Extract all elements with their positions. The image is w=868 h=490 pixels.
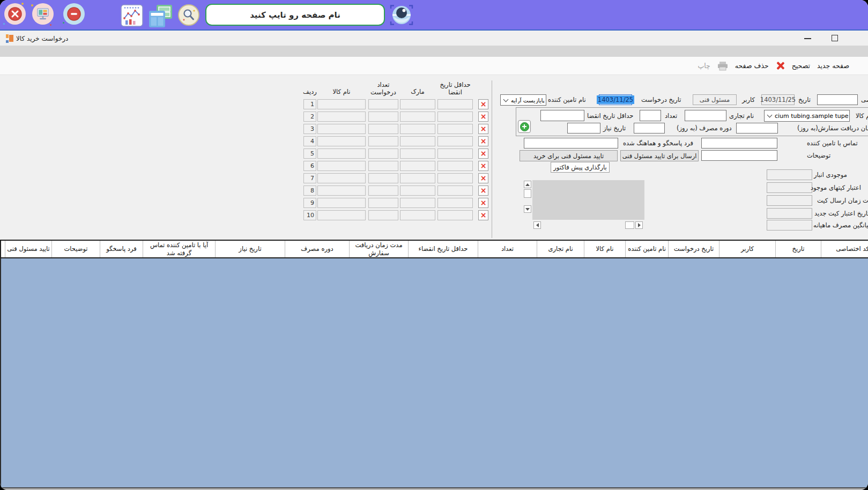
add-item-button[interactable] <box>518 120 531 133</box>
supplier-combobox[interactable]: پایازیست آرایه <box>500 94 546 106</box>
grid-header-qty[interactable]: تعداد <box>478 241 537 257</box>
grid-header-supplier-contacted[interactable]: آیا با تامین کننده تماس گرفته شد <box>143 241 216 257</box>
grid-header-product[interactable]: نام کالا <box>584 241 626 257</box>
request-qty-field[interactable] <box>368 99 398 109</box>
grid-header-user[interactable]: کاربر <box>719 241 776 257</box>
grid-header-min-expiry[interactable]: حداقل تاریخ انقضاء <box>409 241 478 257</box>
user-field[interactable]: مسئول فنی <box>693 94 737 105</box>
responder-input[interactable] <box>524 138 618 149</box>
grid-header-tech-approval[interactable]: تایید مسئول فنی <box>5 241 52 257</box>
delete-page-button[interactable]: حذف صفحه <box>735 62 769 70</box>
delete-row-button[interactable]: × <box>478 99 488 109</box>
date-field[interactable]: 1403/11/25 <box>761 94 795 105</box>
horizontal-scroll-thumb[interactable] <box>625 221 634 229</box>
delete-row-button[interactable]: × <box>478 198 488 208</box>
chart-button[interactable] <box>121 4 143 27</box>
monitor-button[interactable] <box>32 3 54 25</box>
min-expiry-field[interactable] <box>437 173 473 183</box>
brand-field[interactable] <box>400 149 435 159</box>
print-button[interactable]: چاپ <box>698 62 710 70</box>
supplier-contact-input[interactable] <box>701 138 777 149</box>
delete-row-button[interactable]: × <box>478 136 488 146</box>
notes-input[interactable] <box>701 150 777 161</box>
delete-row-button[interactable]: × <box>478 173 488 183</box>
scroll-down-button[interactable] <box>524 205 531 213</box>
item-name-field[interactable] <box>317 149 366 159</box>
request-qty-field[interactable] <box>368 136 398 146</box>
grid-header-supplier[interactable]: نام تامین کننده <box>626 241 669 257</box>
delete-row-button[interactable]: × <box>478 112 488 122</box>
send-for-approval-button[interactable]: ارسال برای تایید مسئول فنی <box>620 150 699 161</box>
records-grid-body[interactable] <box>0 258 868 488</box>
brand-field[interactable] <box>400 112 435 122</box>
item-name-field[interactable] <box>317 210 366 220</box>
vertical-scroll-thumb[interactable] <box>524 189 531 198</box>
maximize-button[interactable] <box>832 35 838 41</box>
delete-x-icon[interactable] <box>776 61 785 70</box>
search-icon-button[interactable] <box>178 4 199 26</box>
min-expiry-field[interactable] <box>437 99 473 109</box>
item-name-field[interactable] <box>317 161 366 171</box>
delete-row-button[interactable]: × <box>478 161 488 171</box>
record-button[interactable] <box>63 3 85 25</box>
min-expiry-field[interactable] <box>437 161 473 171</box>
grid-header-trade-name[interactable]: نام تجاری <box>537 241 584 257</box>
grid-header-date[interactable]: تاریخ <box>776 241 821 257</box>
scroll-up-button[interactable] <box>524 181 531 188</box>
item-name-field[interactable] <box>317 124 366 134</box>
brand-field[interactable] <box>400 136 435 146</box>
minimize-button[interactable] <box>804 38 811 39</box>
scroll-right-button[interactable] <box>635 221 643 229</box>
brand-field[interactable] <box>400 173 435 183</box>
brand-field[interactable] <box>400 210 435 220</box>
printer-icon[interactable] <box>717 61 728 71</box>
brand-field[interactable] <box>400 124 435 134</box>
min-expiry-field[interactable] <box>437 210 473 220</box>
usage-period-input[interactable] <box>634 123 665 133</box>
order-receipt-input[interactable] <box>736 123 778 133</box>
code-field[interactable] <box>817 94 858 105</box>
item-name-field[interactable] <box>317 185 366 196</box>
grid-header-code[interactable]: کد اختصاصی <box>821 241 868 257</box>
scroll-left-button[interactable] <box>533 221 541 229</box>
eye-button[interactable] <box>390 4 413 26</box>
tech-approval-button[interactable]: تایید مسئول فنی برای خرید <box>520 150 618 161</box>
item-name-field[interactable] <box>317 198 366 208</box>
min-expiry-field[interactable] <box>437 185 473 196</box>
grid-header-responder[interactable]: فرد پاسخگو <box>100 241 143 257</box>
delete-row-button[interactable]: × <box>478 149 488 159</box>
upload-invoice-button[interactable]: بارگذاری پیش فاکتور <box>551 162 610 173</box>
close-app-button[interactable] <box>4 3 26 25</box>
request-qty-field[interactable] <box>368 198 398 208</box>
min-expiry-field[interactable] <box>437 198 473 208</box>
request-qty-field[interactable] <box>368 112 398 122</box>
min-expiry-input[interactable] <box>540 110 584 121</box>
request-qty-field[interactable] <box>368 161 398 171</box>
request-date-field[interactable]: 1403/11/25 <box>599 94 632 105</box>
request-qty-field[interactable] <box>368 149 398 159</box>
delete-row-button[interactable]: × <box>478 124 488 134</box>
edit-button[interactable]: تصحیح <box>792 62 810 70</box>
request-qty-field[interactable] <box>368 185 398 196</box>
grid-header-request-date[interactable]: تاریخ درخواست <box>669 241 719 257</box>
request-qty-field[interactable] <box>368 124 398 134</box>
grid-header-order-receipt-time[interactable]: مدت زمان دریافت سفارش <box>350 241 409 257</box>
min-expiry-field[interactable] <box>437 149 473 159</box>
min-expiry-field[interactable] <box>437 112 473 122</box>
need-date-input[interactable] <box>567 123 600 133</box>
trade-name-input[interactable] <box>685 110 726 121</box>
brand-field[interactable] <box>400 99 435 109</box>
grid-header-need-date[interactable]: تاریخ نیاز <box>216 241 285 257</box>
grid-header-usage-period[interactable]: دوره مصرف <box>285 241 350 257</box>
request-qty-field[interactable] <box>368 210 398 220</box>
item-name-field[interactable] <box>317 99 366 109</box>
brand-field[interactable] <box>400 198 435 208</box>
delete-row-button[interactable]: × <box>478 210 488 220</box>
product-combobox[interactable]: cium tubing.sample tupe <box>764 110 850 122</box>
request-qty-field[interactable] <box>368 173 398 183</box>
page-search-input[interactable] <box>205 4 385 26</box>
windows-button[interactable] <box>149 5 173 28</box>
brand-field[interactable] <box>400 161 435 171</box>
min-expiry-field[interactable] <box>437 136 473 146</box>
item-name-field[interactable] <box>317 112 366 122</box>
